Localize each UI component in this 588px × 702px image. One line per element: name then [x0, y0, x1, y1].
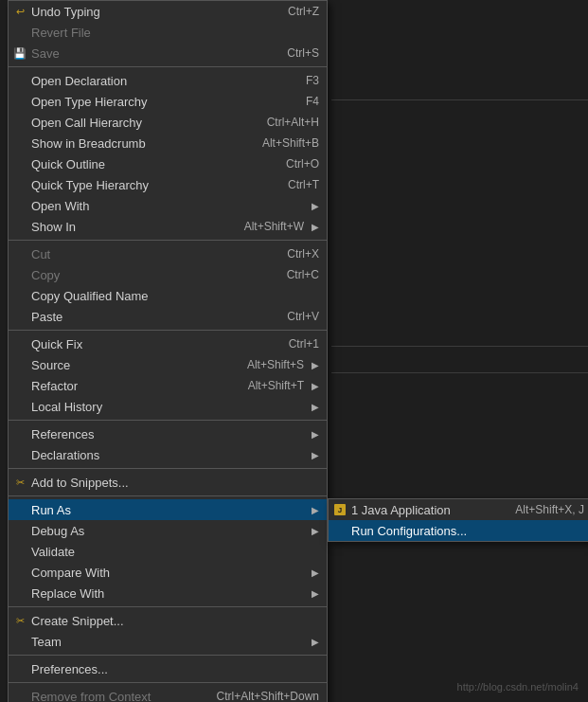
menu-item-arrow-open-with: ▶ [312, 201, 319, 211]
menu-item-shortcut-open-type-hierarchy: F4 [306, 95, 319, 108]
menu-item-preferences[interactable]: Preferences... [9, 658, 327, 679]
menu-item-open-call-hierarchy[interactable]: Open Call HierarchyCtrl+Alt+H [9, 112, 327, 133]
menu-item-label-preferences: Preferences... [31, 662, 319, 676]
submenu-item-java-application[interactable]: J1 Java ApplicationAlt+Shift+X, J [329, 499, 588, 520]
menu-item-open-type-hierarchy[interactable]: Open Type HierarchyF4 [9, 91, 327, 112]
submenu-run-as: J1 Java ApplicationAlt+Shift+X, JRun Con… [328, 498, 588, 542]
menu-item-open-with[interactable]: Open With▶ [9, 195, 327, 216]
menu-item-revert-file: Revert File [9, 22, 327, 43]
menu-item-copy: CopyCtrl+C [9, 264, 327, 285]
submenu-item-shortcut-java-application: Alt+Shift+X, J [515, 503, 584, 516]
menu-item-label-validate: Validate [31, 545, 319, 559]
menu-item-shortcut-remove-context: Ctrl+Alt+Shift+Down [217, 690, 319, 702]
menu-item-arrow-team: ▶ [312, 637, 319, 647]
menu-separator [9, 468, 327, 469]
menu-item-label-references: References [31, 427, 304, 441]
menu-item-shortcut-open-call-hierarchy: Ctrl+Alt+H [267, 116, 319, 129]
menu-item-copy-qualified-name[interactable]: Copy Qualified Name [9, 285, 327, 306]
menu-item-label-quick-fix: Quick Fix [31, 337, 270, 351]
context-menu: ↩Undo TypingCtrl+ZRevert File💾SaveCtrl+S… [8, 0, 328, 702]
svg-text:J: J [338, 506, 342, 514]
menu-item-arrow-references: ▶ [312, 429, 319, 440]
menu-item-shortcut-save: Ctrl+S [287, 46, 319, 60]
menu-item-references[interactable]: References▶ [9, 423, 327, 444]
menu-item-label-open-with: Open With [31, 199, 304, 213]
menu-item-shortcut-source: Alt+Shift+S [247, 358, 304, 371]
menu-item-label-compare-with: Compare With [31, 566, 304, 580]
menu-item-show-breadcrumb[interactable]: Show in BreadcrumbAlt+Shift+B [9, 133, 327, 153]
undo-typing-icon: ↩ [12, 4, 27, 19]
menu-item-label-revert-file: Revert File [31, 26, 319, 40]
menu-item-label-debug-as: Debug As [31, 524, 304, 538]
menu-item-label-quick-outline: Quick Outline [31, 157, 267, 171]
menu-item-refactor[interactable]: RefactorAlt+Shift+T▶ [9, 375, 327, 396]
menu-item-open-declaration[interactable]: Open DeclarationF3 [9, 70, 327, 91]
menu-item-label-copy-qualified-name: Copy Qualified Name [31, 289, 319, 303]
menu-item-label-paste: Paste [31, 310, 268, 324]
menu-separator [9, 420, 327, 421]
menu-item-label-open-declaration: Open Declaration [31, 74, 287, 88]
editor-rule-3 [331, 372, 588, 373]
menu-item-replace-with[interactable]: Replace With▶ [9, 583, 327, 603]
menu-item-undo-typing[interactable]: ↩Undo TypingCtrl+Z [9, 1, 327, 22]
menu-item-local-history[interactable]: Local History▶ [9, 396, 327, 417]
create-snippet-icon: ✂ [12, 613, 27, 628]
save-icon: 💾 [12, 45, 27, 61]
menu-item-save: 💾SaveCtrl+S [9, 43, 327, 63]
menu-item-shortcut-quick-outline: Ctrl+O [286, 157, 319, 171]
menu-item-arrow-refactor: ▶ [312, 381, 319, 391]
menu-item-label-local-history: Local History [31, 400, 304, 414]
editor-rule-2 [331, 346, 588, 347]
menu-separator [9, 682, 327, 683]
menu-item-arrow-local-history: ▶ [312, 402, 319, 412]
menu-item-run-as[interactable]: Run As▶ [9, 499, 327, 520]
menu-separator [9, 330, 327, 331]
menu-item-arrow-compare-with: ▶ [312, 567, 319, 578]
menu-item-quick-fix[interactable]: Quick FixCtrl+1 [9, 333, 327, 354]
submenu-item-label-run-configurations: Run Configurations... [351, 524, 584, 538]
menu-item-label-cut: Cut [31, 247, 268, 261]
menu-item-quick-outline[interactable]: Quick OutlineCtrl+O [9, 153, 327, 174]
menu-item-label-run-as: Run As [31, 503, 304, 517]
menu-item-label-replace-with: Replace With [31, 586, 304, 601]
menu-item-shortcut-copy: Ctrl+C [287, 268, 319, 281]
menu-item-label-source: Source [31, 358, 228, 372]
menu-item-arrow-show-in: ▶ [312, 222, 319, 232]
menu-item-source[interactable]: SourceAlt+Shift+S▶ [9, 354, 327, 375]
menu-item-compare-with[interactable]: Compare With▶ [9, 562, 327, 583]
menu-item-label-team: Team [31, 635, 304, 649]
watermark: http://blog.csdn.net/molin4 [457, 681, 579, 693]
menu-item-add-to-snippets[interactable]: ✂Add to Snippets... [9, 472, 327, 493]
menu-item-remove-context: Remove from ContextCtrl+Alt+Shift+Down [9, 686, 327, 702]
menu-separator [9, 240, 327, 241]
menu-item-team[interactable]: Team▶ [9, 631, 327, 652]
menu-item-quick-type-hierarchy[interactable]: Quick Type HierarchyCtrl+T [9, 174, 327, 195]
menu-item-debug-as[interactable]: Debug As▶ [9, 520, 327, 541]
menu-item-shortcut-cut: Ctrl+X [287, 247, 319, 261]
menu-item-paste[interactable]: PasteCtrl+V [9, 306, 327, 327]
menu-item-shortcut-refactor: Alt+Shift+T [248, 379, 304, 392]
menu-item-label-remove-context: Remove from Context [31, 690, 198, 703]
menu-item-arrow-debug-as: ▶ [312, 526, 319, 536]
menu-item-arrow-source: ▶ [312, 360, 319, 370]
menu-item-label-declarations: Declarations [31, 448, 304, 462]
menu-item-label-save: Save [31, 46, 268, 61]
menu-item-shortcut-show-in: Alt+Shift+W [244, 220, 304, 233]
editor-rule-1 [331, 99, 588, 100]
menu-item-shortcut-show-breadcrumb: Alt+Shift+B [262, 136, 319, 150]
menu-item-shortcut-open-declaration: F3 [306, 74, 319, 87]
java-application-icon: J [332, 502, 347, 517]
menu-item-show-in[interactable]: Show InAlt+Shift+W▶ [9, 216, 327, 237]
submenu-item-run-configurations[interactable]: Run Configurations... [329, 520, 588, 541]
menu-item-label-create-snippet: Create Snippet... [31, 614, 319, 628]
menu-separator [9, 606, 327, 607]
menu-item-arrow-run-as: ▶ [312, 505, 319, 515]
menu-item-label-show-breadcrumb: Show in Breadcrumb [31, 136, 243, 151]
menu-item-declarations[interactable]: Declarations▶ [9, 444, 327, 465]
menu-item-label-quick-type-hierarchy: Quick Type Hierarchy [31, 178, 269, 192]
menu-item-validate[interactable]: Validate [9, 541, 327, 562]
menu-item-label-copy: Copy [31, 268, 268, 282]
menu-item-cut: CutCtrl+X [9, 243, 327, 264]
menu-item-label-add-to-snippets: Add to Snippets... [31, 476, 319, 490]
menu-item-create-snippet[interactable]: ✂Create Snippet... [9, 610, 327, 631]
